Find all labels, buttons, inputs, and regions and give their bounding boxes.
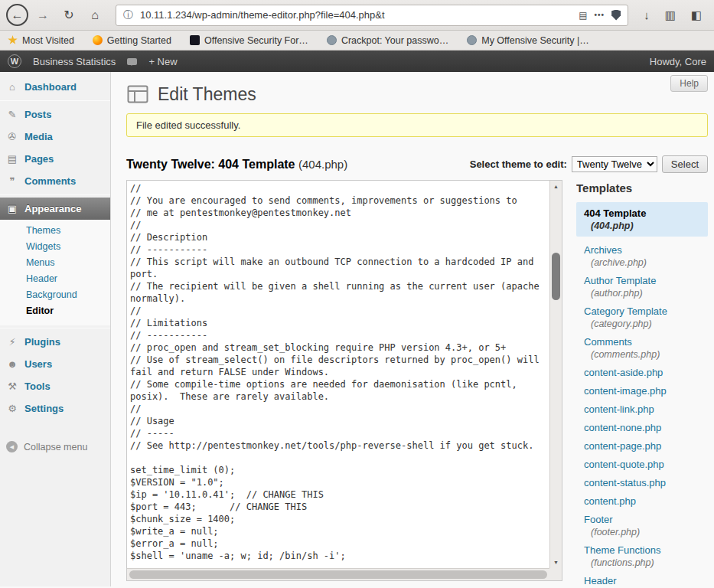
- template-item[interactable]: Header(header.php): [576, 573, 708, 586]
- site-info-icon[interactable]: ⓘ: [123, 8, 133, 22]
- editor-horizontal-scrollbar[interactable]: [127, 568, 549, 580]
- editor-row: // // You are encouraged to send comment…: [126, 180, 708, 586]
- template-item[interactable]: content-status.php: [576, 475, 708, 490]
- template-item[interactable]: content-aside.php: [576, 365, 708, 380]
- help-button[interactable]: Help: [670, 75, 708, 92]
- templates-panel: Templates 404 Template(404.php)Archives(…: [576, 180, 708, 586]
- page-header: Edit Themes: [126, 83, 708, 106]
- template-item[interactable]: Theme Functions(functions.php): [576, 543, 708, 570]
- template-item[interactable]: content.php: [576, 494, 708, 508]
- sidebar-item-tools[interactable]: ⚒Tools: [0, 375, 110, 397]
- sidebar-item-plugins[interactable]: ⚡Plugins: [0, 331, 110, 353]
- template-link[interactable]: Footer: [584, 513, 700, 526]
- scrollbar-corner: [549, 568, 562, 580]
- sidebar-item-dashboard[interactable]: ⌂Dashboard: [0, 76, 110, 98]
- template-link[interactable]: content.php: [584, 495, 700, 508]
- sidebar-item-comments[interactable]: ❞Comments: [0, 170, 110, 192]
- select-theme-button[interactable]: Select: [662, 155, 708, 173]
- sidebar-toggle-icon[interactable]: ◧: [685, 8, 708, 22]
- bookmark-item[interactable]: My Offensive Security |…: [467, 35, 589, 46]
- template-link[interactable]: Header: [584, 574, 700, 586]
- template-link[interactable]: Category Template: [584, 305, 700, 318]
- page-actions-icon[interactable]: •••: [595, 11, 605, 19]
- submenu-item-background[interactable]: Background: [0, 287, 110, 303]
- template-link[interactable]: Theme Functions: [584, 544, 700, 557]
- bookmark-item[interactable]: Crackpot: Your passwo…: [327, 35, 448, 46]
- wordpress-logo-icon[interactable]: W: [8, 54, 21, 68]
- shield-icon[interactable]: [611, 10, 621, 21]
- template-filename: (author.php): [584, 287, 700, 299]
- template-item[interactable]: content-page.php: [576, 439, 708, 453]
- url-text[interactable]: 10.11.1.234/wp-admin/theme-editor.php?fi…: [140, 9, 572, 21]
- template-filename: (category.php): [584, 318, 700, 330]
- template-link[interactable]: content-none.php: [584, 421, 700, 434]
- template-link[interactable]: 404 Template: [584, 207, 700, 220]
- code-editor: // // You are encouraged to send comment…: [126, 180, 562, 581]
- template-item[interactable]: content-link.php: [576, 402, 708, 416]
- sidebar-item-users[interactable]: ☻Users: [0, 353, 110, 375]
- sidebar-item-appearance[interactable]: ▣Appearance: [0, 198, 110, 220]
- site-name-link[interactable]: Business Statistics: [33, 56, 116, 67]
- wp-sidebar-menu: ⌂Dashboard✎Posts✇Media▤Pages❞Comments▣Ap…: [0, 72, 111, 586]
- sidebar-item-pages[interactable]: ▤Pages: [0, 148, 110, 170]
- template-link[interactable]: Author Template: [584, 274, 700, 287]
- template-link[interactable]: Comments: [584, 335, 700, 348]
- bookmark-item[interactable]: Offensive Security For…: [190, 35, 308, 46]
- scroll-down-icon[interactable]: ▼: [550, 557, 562, 567]
- submenu-item-editor[interactable]: Editor: [0, 303, 110, 319]
- bookmark-item[interactable]: Getting Started: [93, 35, 171, 46]
- submenu-item-menus[interactable]: Menus: [0, 255, 110, 271]
- home-button[interactable]: ⌂: [83, 4, 106, 27]
- collapse-menu-button[interactable]: ◀Collapse menu: [0, 436, 110, 457]
- template-filename: (functions.php): [584, 557, 700, 569]
- template-link[interactable]: content-quote.php: [584, 458, 700, 471]
- tools-icon: ⚒: [6, 381, 18, 392]
- menu-separator: [0, 328, 110, 328]
- new-content-button[interactable]: + New: [148, 56, 177, 67]
- comments-bubble-icon[interactable]: [127, 58, 137, 65]
- back-button[interactable]: ←: [6, 4, 28, 26]
- template-item[interactable]: Archives(archive.php): [576, 243, 708, 270]
- template-item[interactable]: content-none.php: [576, 420, 708, 435]
- template-item[interactable]: 404 Template(404.php): [576, 202, 708, 237]
- downloads-icon[interactable]: ↓: [637, 8, 656, 21]
- template-item[interactable]: Comments(comments.php): [576, 335, 708, 361]
- reader-view-icon[interactable]: ▤: [579, 10, 587, 21]
- submenu-item-themes[interactable]: Themes: [0, 223, 110, 239]
- template-item[interactable]: Category Template(category.php): [576, 304, 708, 331]
- template-link[interactable]: Archives: [584, 243, 700, 256]
- posts-icon: ✎: [6, 109, 18, 120]
- scroll-up-icon[interactable]: ▲: [550, 181, 562, 191]
- document-filename: (404.php): [298, 158, 347, 171]
- template-link[interactable]: content-aside.php: [584, 366, 700, 379]
- template-item[interactable]: content-image.php: [576, 384, 708, 398]
- library-icon[interactable]: ▥: [659, 8, 682, 22]
- howdy-account-link[interactable]: Howdy, Core: [650, 56, 706, 67]
- template-link[interactable]: content-page.php: [584, 439, 700, 452]
- sidebar-item-settings[interactable]: ⚙Settings: [0, 397, 110, 420]
- template-item[interactable]: Author Template(author.php): [576, 273, 708, 300]
- main-content: Help Edit Themes File edited successfull…: [111, 72, 714, 586]
- bookmark-label: Offensive Security For…: [204, 35, 308, 46]
- template-item[interactable]: Footer(footer.php): [576, 512, 708, 539]
- submenu-item-widgets[interactable]: Widgets: [0, 239, 110, 255]
- sidebar-item-media[interactable]: ✇Media: [0, 126, 110, 148]
- template-link[interactable]: content-status.php: [584, 476, 700, 489]
- vertical-scroll-thumb[interactable]: [552, 253, 560, 300]
- url-bar[interactable]: ⓘ 10.11.1.234/wp-admin/theme-editor.php?…: [116, 5, 628, 26]
- template-link[interactable]: content-image.php: [584, 384, 700, 397]
- sidebar-item-posts[interactable]: ✎Posts: [0, 103, 110, 126]
- bookmark-label: My Offensive Security |…: [481, 35, 589, 46]
- template-item[interactable]: content-quote.php: [576, 457, 708, 472]
- forward-button[interactable]: →: [31, 4, 54, 27]
- templates-heading: Templates: [576, 181, 708, 194]
- template-link[interactable]: content-link.php: [584, 403, 700, 416]
- bookmark-item[interactable]: Most Visited: [8, 35, 74, 46]
- menu-separator: [0, 100, 110, 101]
- theme-code-textarea[interactable]: // // You are encouraged to send comment…: [127, 181, 549, 568]
- theme-select[interactable]: Twenty Twelve: [572, 156, 657, 172]
- editor-vertical-scrollbar[interactable]: ▲ ▼: [549, 181, 562, 568]
- submenu-item-header[interactable]: Header: [0, 271, 110, 287]
- refresh-button[interactable]: ↻: [57, 4, 80, 27]
- horizontal-scroll-thumb[interactable]: [129, 570, 547, 579]
